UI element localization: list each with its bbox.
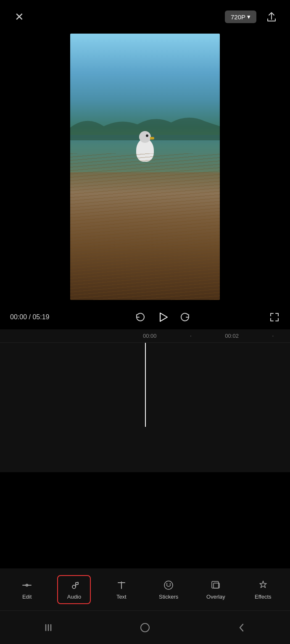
motion-blur-lines xyxy=(70,153,220,300)
undo-icon xyxy=(134,312,145,323)
svg-marker-0 xyxy=(160,313,167,321)
effects-label: Effects xyxy=(255,594,272,600)
audio-icon xyxy=(68,579,80,591)
redo-button[interactable] xyxy=(180,312,191,323)
top-bar: ✕ 720P ▾ xyxy=(0,0,290,34)
ruler-dot-2: • xyxy=(272,334,274,338)
timeline-ruler: 00:00 • 00:02 • xyxy=(0,329,290,343)
bird-beak xyxy=(150,137,154,139)
bird-head xyxy=(139,131,151,143)
toolbar-audio[interactable]: Audio xyxy=(57,575,91,604)
nav-menu-button[interactable] xyxy=(36,619,61,636)
close-icon: ✕ xyxy=(15,11,24,24)
ruler-time-2: 00:02 xyxy=(225,333,239,339)
toolbar-edit[interactable]: Edit xyxy=(10,576,44,603)
nav-back-button[interactable] xyxy=(229,619,254,636)
home-icon xyxy=(140,622,150,633)
export-button[interactable] xyxy=(263,8,280,25)
bottom-toolbar: Edit Audio Text Stickers Overlay xyxy=(0,568,290,610)
time-display: 00:00 / 05:19 xyxy=(10,313,56,321)
back-icon xyxy=(237,622,246,633)
undo-button[interactable] xyxy=(134,312,145,323)
quality-label: 720P xyxy=(231,13,245,21)
play-button[interactable] xyxy=(156,310,170,324)
audio-label: Audio xyxy=(67,594,81,600)
overlay-label: Overlay xyxy=(206,594,225,600)
export-icon xyxy=(266,11,277,23)
svg-point-11 xyxy=(166,583,168,584)
dropdown-arrow-icon: ▾ xyxy=(247,13,250,21)
text-icon xyxy=(116,579,127,591)
quality-selector[interactable]: 720P ▾ xyxy=(225,11,256,23)
timeline-section: 00:00 • 00:02 • Mute clipaudio Cover + xyxy=(0,329,290,472)
text-label: Text xyxy=(116,594,127,600)
toolbar-text[interactable]: Text xyxy=(105,576,138,603)
effects-icon xyxy=(257,579,269,591)
svg-point-12 xyxy=(170,583,171,584)
play-icon xyxy=(156,310,170,324)
edit-label: Edit xyxy=(22,594,32,600)
bird-eye xyxy=(146,134,148,137)
menu-icon xyxy=(42,623,54,632)
toolbar-overlay[interactable]: Overlay xyxy=(199,576,232,603)
stickers-icon xyxy=(163,579,174,591)
video-preview xyxy=(70,34,220,300)
redo-icon xyxy=(180,312,191,323)
svg-rect-18 xyxy=(141,623,149,632)
svg-point-10 xyxy=(164,581,173,589)
nav-home-button[interactable] xyxy=(132,619,158,636)
current-time: 00:00 xyxy=(10,313,27,321)
playhead xyxy=(145,343,146,427)
playback-bar: 00:00 / 05:19 xyxy=(0,305,290,329)
stickers-label: Stickers xyxy=(159,594,178,600)
fullscreen-button[interactable] xyxy=(269,312,280,323)
svg-point-7 xyxy=(72,585,76,589)
top-right-controls: 720P ▾ xyxy=(225,8,280,25)
fullscreen-icon xyxy=(269,312,280,323)
edit-icon xyxy=(21,579,33,591)
ruler-dot-1: • xyxy=(190,334,192,338)
total-time: 05:19 xyxy=(32,313,49,321)
nav-bar xyxy=(0,610,290,644)
overlay-icon xyxy=(210,579,221,591)
toolbar-stickers[interactable]: Stickers xyxy=(152,576,185,603)
playback-controls xyxy=(56,310,269,324)
svg-rect-13 xyxy=(212,581,219,588)
ruler-time-0: 00:00 xyxy=(143,333,157,339)
toolbar-effects[interactable]: Effects xyxy=(246,576,280,603)
close-button[interactable]: ✕ xyxy=(10,8,29,26)
